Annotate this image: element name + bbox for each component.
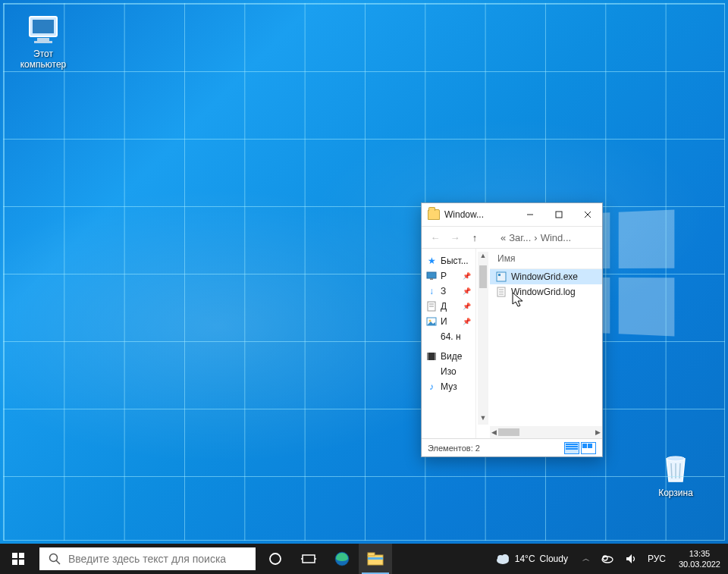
speaker-icon [625,553,637,565]
explorer-window[interactable]: Window... ← → ↑ « Заг... › [421,202,603,457]
task-view-icon [301,553,316,565]
taskbar[interactable]: Введите здесь текст для поиска 14°C Clou… [0,544,728,574]
tray-overflow-button[interactable]: ︿ [577,544,595,574]
start-button[interactable] [0,544,36,574]
column-header-name[interactable]: Имя [490,249,602,269]
desktop-icon [426,271,437,281]
nav-forward-button[interactable]: → [447,232,463,243]
circle-icon [268,552,282,566]
scroll-down-icon[interactable]: ▼ [478,414,488,425]
downloads-icon: ↓ [426,286,437,296]
sidebar-item-documents[interactable]: Д 📌 [422,299,475,314]
svg-rect-28 [303,555,315,563]
nav-toolbar: ← → ↑ « Заг... › Wind... [422,226,602,249]
nav-up-button[interactable]: ↑ [467,232,482,243]
desktop-icon-label: Этот компьютер [20,49,67,70]
sidebar-item-images[interactable]: Изо [422,364,475,379]
desktop-icon-this-pc[interactable]: Этот компьютер [14,15,73,70]
search-icon [49,553,61,565]
window-title: Window... [444,209,516,220]
exe-icon [496,271,507,282]
log-icon [496,287,507,297]
sidebar-item-label: З [441,286,446,296]
videos-icon [426,351,437,362]
folder-icon [426,366,437,377]
scroll-right-icon[interactable]: ▶ [595,428,601,436]
maximize-button[interactable] [544,203,573,226]
desktop[interactable]: Этот компьютер Корзина Window... [0,0,728,544]
cortana-button[interactable] [259,544,292,574]
svg-rect-1 [33,20,54,33]
tray-clock[interactable]: 13:35 30.03.2022 [671,548,728,570]
svg-rect-19 [497,272,506,281]
sidebar-quick-access[interactable]: ★ Быст... [422,253,475,268]
svg-rect-17 [427,353,428,360]
task-view-button[interactable] [292,544,325,574]
pin-icon: 📌 [463,272,471,280]
svg-rect-35 [368,557,383,560]
sidebar-item-videos[interactable]: Виде [422,349,475,364]
tray-onedrive[interactable] [595,544,620,574]
file-name: WindowGrid.exe [511,271,578,282]
crumb-a[interactable]: Заг... [509,232,531,243]
music-icon: ♪ [426,381,437,392]
svg-rect-33 [368,555,383,565]
clock-date: 30.03.2022 [679,559,720,569]
lang-label: РУС [648,554,666,564]
sidebar-item-music[interactable]: ♪ Муз [422,379,475,394]
svg-rect-2 [37,38,49,41]
nav-back-button[interactable]: ← [428,232,443,243]
cloud-icon [495,552,510,566]
sidebar-item-label: Изо [441,366,457,377]
scroll-thumb[interactable] [498,428,519,436]
crumb-b[interactable]: Wind... [541,232,571,243]
this-pc-icon [27,15,60,45]
sidebar-item-pictures[interactable]: И 📌 [422,314,475,329]
view-large-button[interactable] [581,442,596,454]
desktop-icon-recycle-bin[interactable]: Корзина [646,451,705,498]
sidebar-item-downloads[interactable]: ↓ З 📌 [422,284,475,299]
sidebar-item-folder-64[interactable]: 64. н [422,329,475,344]
desktop-icon-label: Корзина [658,488,693,498]
scroll-left-icon[interactable]: ◀ [491,428,497,436]
sidebar-item-label: Муз [441,381,457,392]
taskbar-app-edge[interactable] [325,544,359,574]
tray-language[interactable]: РУС [642,544,671,574]
sidebar-item-label: Быст... [441,256,469,266]
explorer-file-pane[interactable]: ▲ ▼ Имя WindowGrid.exe WindowGrid.log ◀ [476,249,602,438]
sidebar-item-desktop[interactable]: Р 📌 [422,268,475,284]
edge-icon [334,550,350,567]
breadcrumb[interactable]: « Заг... › Wind... [487,232,596,243]
taskbar-app-explorer[interactable] [359,544,392,574]
svg-line-26 [56,560,60,564]
pin-icon: 📌 [463,303,471,310]
scroll-up-icon[interactable]: ▲ [478,252,488,262]
svg-rect-20 [498,274,500,276]
weather-temp: 14°C [515,554,535,564]
file-row[interactable]: WindowGrid.log [490,284,602,300]
sidebar-item-label: Д [441,301,447,312]
crumb-sep: › [534,232,537,243]
titlebar[interactable]: Window... [422,203,602,226]
svg-rect-3 [34,41,52,43]
documents-icon [426,301,437,312]
vertical-scrollbar[interactable]: ▲ ▼ [478,252,488,425]
svg-point-38 [501,554,509,562]
view-details-button[interactable] [564,442,579,454]
weather-widget[interactable]: 14°C Cloudy [486,544,577,574]
minimize-button[interactable] [516,203,544,226]
system-tray: 14°C Cloudy ︿ РУС 13:35 30.03.2022 [486,544,728,574]
scroll-thumb[interactable] [479,265,487,288]
file-row[interactable]: WindowGrid.exe [490,269,602,284]
tray-volume[interactable] [620,544,642,574]
search-input[interactable]: Введите здесь текст для поиска [39,547,256,570]
folder-icon [428,209,440,220]
sidebar-item-label: 64. н [441,331,461,342]
recycle-bin-icon [661,451,691,485]
explorer-sidebar[interactable]: ★ Быст... Р 📌 ↓ З 📌 Д 📌 [422,249,476,438]
horizontal-scrollbar[interactable]: ◀ ▶ [490,426,602,438]
clock-time: 13:35 [679,548,720,559]
weather-cond: Cloudy [540,554,568,564]
close-button[interactable] [573,203,602,226]
explorer-icon [367,551,384,566]
